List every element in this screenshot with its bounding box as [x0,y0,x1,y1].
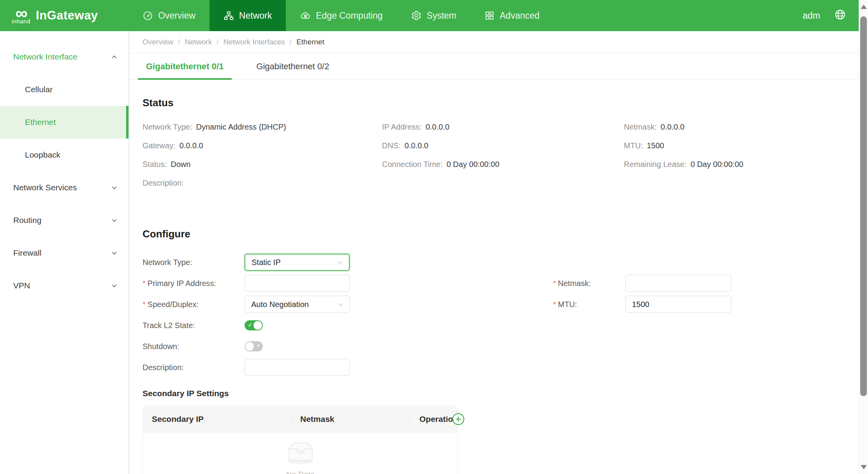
sidebar: Network Interface Cellular Ethernet Loop… [0,31,129,474]
netmask-input[interactable] [625,275,731,292]
sidebar-item-firewall[interactable]: Firewall [0,237,129,269]
brand-logo[interactable]: ∞ inhand InGateway [0,0,129,31]
configure-section-title: Configure [143,228,859,240]
tab-gigabitethernet-0-2[interactable]: Gigabitethernet 0/2 [248,53,337,79]
breadcrumb: Overview / Network / Network Interfaces … [129,31,859,53]
sidebar-item-network-interface[interactable]: Network Interface [0,40,129,73]
table-header-row: Secondary IP Netmask Operation [143,406,458,433]
interface-tabs: Gigabitethernet 0/1 Gigabitethernet 0/2 [129,53,859,80]
vertical-scrollbar[interactable] [859,0,868,474]
add-row-button[interactable] [452,413,465,426]
column-header-secondary-ip: Secondary IP [143,406,291,433]
sidebar-item-ethernet[interactable]: Ethernet [0,106,129,139]
breadcrumb-current: Ethernet [296,38,324,46]
menu-item-advanced[interactable]: Advanced [470,0,553,31]
sidebar-item-network-services[interactable]: Network Services [0,171,129,204]
table-empty-state: No Data [143,433,458,474]
inhand-logo-icon: ∞ inhand [12,7,30,24]
mtu-label: * MTU: [553,300,625,309]
main-menu: Overview Network Edge Computing [129,0,554,31]
toggle-knob [254,321,262,330]
gauge-icon [143,11,153,21]
status-section-title: Status [143,97,859,109]
sidebar-item-vpn[interactable]: VPN [0,269,129,302]
network-type-label: Network Type: [143,258,245,267]
status-field-status: Status: Down [143,155,382,174]
speed-duplex-label: * Speed/Duplex: [143,300,245,309]
status-field-remaining-lease: Remaining Lease: 0 Day 00:00:00 [624,155,859,174]
primary-ip-label: * Primary IP Address: [143,279,245,288]
status-field-netmask: Netmask: 0.0.0.0 [624,118,859,136]
menu-item-system[interactable]: System [397,0,471,31]
scrollbar-thumb[interactable] [860,16,867,396]
sitemap-icon [224,11,234,21]
track-l2-toggle[interactable]: ✓ [245,320,263,330]
header-right: adm [803,0,868,31]
configure-form: Network Type: Static IP * Primary IP Add… [143,252,859,378]
tab-gigabitethernet-0-1[interactable]: Gigabitethernet 0/1 [138,53,232,79]
sidebar-item-routing[interactable]: Routing [0,204,129,237]
username[interactable]: adm [803,11,820,21]
brand-title: InGateway [36,9,98,23]
cloud-icon [300,10,311,21]
breadcrumb-overview[interactable]: Overview [143,38,173,46]
top-nav-bar: ∞ inhand InGateway Overview Network [0,0,868,31]
menu-item-overview[interactable]: Overview [129,0,210,31]
secondary-ip-title: Secondary IP Settings [143,389,859,398]
status-field-connection-time: Connection Time: 0 Day 00:00:00 [382,155,624,174]
required-marker: * [553,279,556,288]
gear-icon [411,10,422,21]
select-chevron-down-icon [337,259,343,266]
required-marker: * [143,279,146,288]
language-globe-icon[interactable] [834,9,846,23]
sidebar-item-cellular[interactable]: Cellular [0,73,129,106]
shutdown-toggle[interactable]: × [245,341,263,351]
secondary-ip-table: Secondary IP Netmask Operation [143,406,458,474]
cross-icon: × [257,342,260,349]
scroll-up-arrow[interactable] [861,5,867,9]
primary-ip-input[interactable] [245,275,350,292]
menu-item-edge-computing[interactable]: Edge Computing [286,0,396,31]
chevron-up-icon [111,54,118,60]
main-content: Overview / Network / Network Interfaces … [129,31,859,474]
description-label: Description: [143,363,245,372]
breadcrumb-network-interfaces[interactable]: Network Interfaces [223,38,285,46]
speed-duplex-select[interactable]: Auto Negotiation [245,296,350,313]
status-field-dns: DNS: 0.0.0.0 [382,136,624,155]
select-chevron-down-icon [337,301,344,308]
scroll-down-arrow[interactable] [861,465,867,469]
netmask-label: * Netmask: [553,279,625,288]
column-header-operation: Operation [410,406,458,433]
status-grid: Network Type: Dynamic Address (DHCP) IP … [143,118,859,192]
chevron-down-icon [111,217,118,224]
status-field-ip-address: IP Address: 0.0.0.0 [382,118,624,136]
check-icon: ✓ [248,321,253,328]
empty-text: No Data [286,470,315,474]
status-field-network-type: Network Type: Dynamic Address (DHCP) [143,118,382,136]
sidebar-item-loopback[interactable]: Loopback [0,139,129,171]
chevron-down-icon [111,184,118,191]
menu-item-network[interactable]: Network [210,0,286,31]
mtu-input[interactable] [625,296,731,313]
grid-icon [484,11,495,21]
status-field-mtu: MTU: 1500 [624,136,859,155]
description-input[interactable] [245,359,350,376]
chevron-down-icon [111,250,118,256]
empty-box-icon [282,441,319,466]
breadcrumb-network[interactable]: Network [185,38,212,46]
network-type-select[interactable]: Static IP [245,254,350,271]
shutdown-label: Shutdown: [143,342,245,351]
chevron-down-icon [111,283,118,289]
status-field-gateway: Gateway: 0.0.0.0 [143,136,382,155]
track-l2-label: Track L2 State: [143,321,245,330]
required-marker: * [143,300,146,309]
status-field-description: Description: [143,174,859,192]
toggle-knob [245,342,254,351]
column-header-netmask: Netmask [291,406,410,433]
required-marker: * [553,300,556,309]
